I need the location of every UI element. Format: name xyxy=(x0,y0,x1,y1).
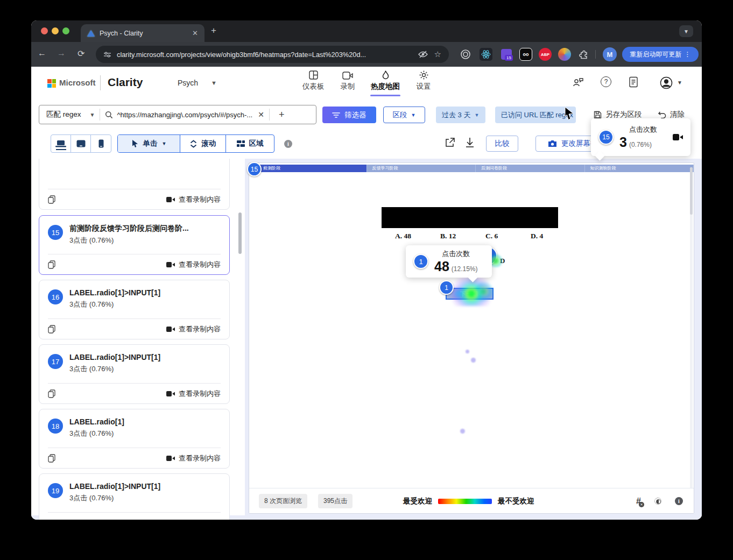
tooltip-percent: (12.15%) xyxy=(452,265,478,273)
camera-icon xyxy=(548,140,557,147)
tab-strip: Psych - Clarity ✕ + ▼ xyxy=(31,20,702,42)
click-stats: 3点击 (0.76%) xyxy=(69,236,189,245)
list-item[interactable]: 查看录制内容 xyxy=(39,159,230,210)
zoom-window-button[interactable] xyxy=(62,27,69,34)
help-icon[interactable]: ? xyxy=(601,76,611,87)
heatmap-type-click[interactable]: 单击 ▼ xyxy=(118,135,180,152)
copy-icon[interactable] xyxy=(48,195,55,204)
clear-search-icon[interactable]: ✕ xyxy=(258,110,264,119)
view-recordings-button[interactable]: 查看录制内容 xyxy=(166,260,221,270)
feedback-icon[interactable] xyxy=(572,76,584,90)
url-search-input[interactable]: ^https://mazhangjing\.com/psych/#/psych-… xyxy=(117,111,252,119)
forward-icon[interactable]: → xyxy=(57,48,66,58)
opacity-contrast-icon[interactable] xyxy=(654,498,661,505)
url-text[interactable]: clarity.microsoft.com/projects/view/ohig… xyxy=(117,51,418,59)
extension-badge: 15 xyxy=(505,55,513,61)
stage-segment[interactable]: 后测问卷阶段 xyxy=(476,165,585,172)
screen: Psych - Clarity ✕ + ▼ ← → ⟳ clarity.micr… xyxy=(0,0,733,560)
view-recordings-button[interactable]: 查看录制内容 xyxy=(166,195,221,204)
docs-icon[interactable] xyxy=(629,76,638,90)
new-tab-button[interactable]: + xyxy=(211,25,216,36)
browser-tab[interactable]: Psych - Clarity ✕ xyxy=(81,24,205,42)
tab-settings[interactable]: 设置 xyxy=(405,70,442,91)
tab-dashboard[interactable]: 仪表板 xyxy=(294,70,332,91)
chevron-down-icon: ▼ xyxy=(474,112,479,118)
view-recordings-button[interactable]: 查看录制内容 xyxy=(166,389,221,399)
chevron-down-icon[interactable]: ▼ xyxy=(211,80,217,86)
download-icon[interactable] xyxy=(465,137,475,150)
device-mobile-button[interactable] xyxy=(91,135,111,152)
element-title: LABEL.radio[1]>INPUT[1] xyxy=(69,353,160,361)
compare-button[interactable]: 比较 xyxy=(486,136,518,152)
share-icon[interactable] xyxy=(445,137,455,150)
list-item[interactable]: 18 LABEL.radio[1] 3点击 (0.76%) 查看录制内容 xyxy=(39,409,230,469)
rank-badge: 16 xyxy=(48,289,63,304)
copy-icon[interactable] xyxy=(48,454,55,463)
device-tablet-button[interactable] xyxy=(71,135,91,152)
extension-react-icon[interactable] xyxy=(480,48,492,61)
date-range-chip[interactable]: 过去 3 天 ▼ xyxy=(436,107,485,123)
copy-icon[interactable] xyxy=(48,325,55,334)
copy-icon[interactable] xyxy=(48,389,55,398)
extension-purple-icon[interactable]: 15 xyxy=(500,48,513,61)
list-item[interactable]: 17 LABEL.radio[1]>INPUT[1] 3点击 (0.76%) 查… xyxy=(39,344,230,404)
match-type-select[interactable]: 匹配 regex xyxy=(39,110,81,119)
save-icon xyxy=(594,111,602,119)
element-tooltip: 15 点击次数 3 (0.76%) xyxy=(591,118,690,156)
extension-abp-icon[interactable]: ABP xyxy=(539,48,552,61)
kebab-menu-icon[interactable]: ⋮ xyxy=(685,51,691,58)
extension-target-icon[interactable] xyxy=(459,48,472,61)
heatmap-scrollbar-track[interactable] xyxy=(690,167,693,489)
tab-title: Psych - Clarity xyxy=(100,30,189,37)
project-selector[interactable]: Psych xyxy=(178,79,198,87)
info-icon[interactable]: i xyxy=(675,497,683,505)
minimize-window-button[interactable] xyxy=(52,27,59,34)
extension-oo-icon[interactable]: oo xyxy=(519,48,532,61)
stage-segment[interactable]: 前测阶段 xyxy=(249,165,367,172)
heatmap-pane: 前测阶段 反馈学习阶段 后测问卷阶段 知识测验阶段 15 A. 48 B. 12… xyxy=(249,162,694,514)
tab-recordings[interactable]: 录制 xyxy=(329,70,366,91)
reload-icon[interactable]: ⟳ xyxy=(77,48,84,59)
segments-button[interactable]: 区段 ▼ xyxy=(383,107,425,123)
close-window-button[interactable] xyxy=(41,27,48,34)
element-title: LABEL.radio[1]>INPUT[1] xyxy=(69,288,160,297)
list-item[interactable]: 15 前测阶段反馈学习阶段后测问卷阶... 3点击 (0.76%) 查看录制内容 xyxy=(39,215,230,275)
view-recordings-button[interactable]: 查看录制内容 xyxy=(166,324,221,334)
chevron-down-icon[interactable]: ▼ xyxy=(90,112,95,118)
eye-off-icon[interactable] xyxy=(418,51,428,58)
heatmap-type-scroll[interactable]: 滚动 xyxy=(180,135,226,152)
bookmark-star-icon[interactable]: ☆ xyxy=(434,49,441,59)
relaunch-to-update-button[interactable]: 重新启动即可更新 ⋮ xyxy=(622,47,699,62)
list-item[interactable]: 16 LABEL.radio[1]>INPUT[1] 3点击 (0.76%) 查… xyxy=(39,280,230,339)
extension-bowl-icon[interactable] xyxy=(558,48,571,61)
list-item[interactable]: 19 LABEL.radio[1]>INPUT[1] 3点击 (0.76%) xyxy=(39,473,230,520)
tab-search-chevron-button[interactable]: ▼ xyxy=(679,25,693,37)
address-bar[interactable]: clarity.microsoft.com/projects/view/ohig… xyxy=(96,46,449,63)
filter-icon xyxy=(332,112,340,118)
add-url-filter-icon[interactable]: + xyxy=(279,109,285,120)
click-stats: 3点击 (0.76%) xyxy=(69,300,160,309)
info-icon[interactable]: i xyxy=(284,140,292,148)
back-icon[interactable]: ← xyxy=(38,48,46,58)
video-camera-icon[interactable] xyxy=(673,133,683,141)
heatmap-type-area[interactable]: 区域 xyxy=(226,135,274,152)
tab-close-icon[interactable]: ✕ xyxy=(192,29,198,37)
heatmap-scrollbar-thumb[interactable] xyxy=(690,167,693,215)
filters-button[interactable]: 筛选器 xyxy=(322,107,376,123)
sidebar-scrollbar[interactable] xyxy=(238,212,242,254)
extensions-puzzle-icon[interactable] xyxy=(577,48,590,61)
copy-icon[interactable] xyxy=(48,260,55,269)
account-avatar-icon[interactable] xyxy=(660,76,673,91)
profile-avatar[interactable]: M xyxy=(603,47,617,61)
device-desktop-button[interactable] xyxy=(51,135,71,152)
account-chevron-icon[interactable]: ▼ xyxy=(677,80,682,86)
stage-segment[interactable]: 知识测验阶段 xyxy=(585,165,694,172)
toggle-numbers-icon[interactable]: #✕ xyxy=(636,497,641,506)
view-recordings-button[interactable]: 查看录制内容 xyxy=(166,453,221,463)
tab-heatmaps[interactable]: 热度地图 xyxy=(366,70,404,91)
answer-option-c: C. 6 xyxy=(485,232,498,240)
clarity-app: Microsoft Clarity Psych ▼ 仪表板 录制 热度地图 设置… xyxy=(31,67,702,520)
clarity-wordmark: Clarity xyxy=(108,76,143,89)
stage-segment[interactable]: 反馈学习阶段 xyxy=(367,165,476,172)
site-settings-icon[interactable] xyxy=(103,51,111,59)
